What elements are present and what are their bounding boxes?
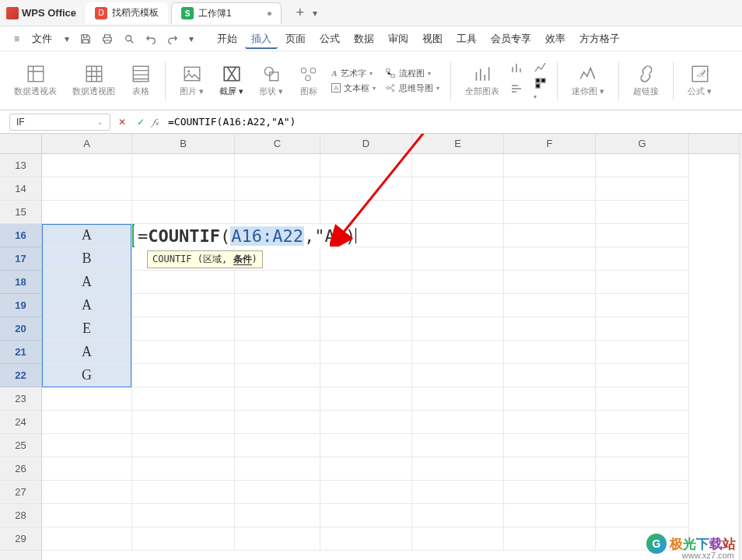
cell-E22[interactable] <box>412 364 504 387</box>
row-head-23[interactable]: 23 <box>0 387 41 411</box>
cell-A14[interactable] <box>42 177 132 201</box>
row-head-18[interactable]: 18 <box>0 271 41 294</box>
col-head-G[interactable]: G <box>596 134 689 153</box>
cell-C28[interactable] <box>235 504 320 527</box>
cell-D24[interactable] <box>320 411 412 434</box>
ribbon-textbox[interactable]: A文本框▾ <box>330 82 377 95</box>
menu-member[interactable]: 会员专享 <box>485 29 537 49</box>
col-head-E[interactable]: E <box>412 134 504 153</box>
add-tab-button[interactable]: + <box>291 4 310 23</box>
cell-E13[interactable] <box>412 154 504 177</box>
cell-D27[interactable] <box>320 481 412 504</box>
cell-D19[interactable] <box>320 294 412 317</box>
cell-E18[interactable] <box>412 271 504 294</box>
cell-F21[interactable] <box>504 341 596 364</box>
cell-F18[interactable] <box>504 271 596 294</box>
cell-A16[interactable]: A <box>42 224 132 247</box>
cell-F22[interactable] <box>504 364 596 387</box>
menu-tools[interactable]: 工具 <box>450 29 483 49</box>
cell-C26[interactable] <box>235 457 320 481</box>
row-head-15[interactable]: 15 <box>0 201 41 224</box>
cell-B14[interactable] <box>132 177 235 201</box>
row-head-13[interactable]: 13 <box>0 154 41 177</box>
cell-B23[interactable] <box>132 387 235 411</box>
cell-F16[interactable] <box>504 224 596 247</box>
cell-D29[interactable] <box>320 527 412 551</box>
cell-C24[interactable] <box>235 411 320 434</box>
col-head-C[interactable]: C <box>235 134 320 153</box>
cell-A15[interactable] <box>42 201 132 224</box>
cell-G20[interactable] <box>596 317 689 341</box>
cell-G17[interactable] <box>596 247 689 271</box>
cell-D15[interactable] <box>320 201 412 224</box>
menu-formula[interactable]: 公式 <box>313 29 346 49</box>
ribbon-wordart[interactable]: A艺术字▾ <box>330 67 377 80</box>
row-head-22[interactable]: 22 <box>0 364 41 387</box>
cell-C23[interactable] <box>235 387 320 411</box>
file-menu[interactable]: 文件 <box>26 29 58 49</box>
cell-E26[interactable] <box>412 457 504 481</box>
bar-chart-icon[interactable] <box>510 61 524 75</box>
tab-menu-button[interactable]: ▾ <box>313 8 317 19</box>
cell-G21[interactable] <box>596 341 689 364</box>
row-head-14[interactable]: 14 <box>0 177 41 201</box>
ribbon-icon[interactable]: 图标 <box>294 64 324 97</box>
cell-C15[interactable] <box>235 201 320 224</box>
cell-D25[interactable] <box>320 434 412 457</box>
cell-F19[interactable] <box>504 294 596 317</box>
cell-D22[interactable] <box>320 364 412 387</box>
menu-view[interactable]: 视图 <box>416 29 449 49</box>
cell-C22[interactable] <box>235 364 320 387</box>
row-head-17[interactable]: 17 <box>0 247 41 271</box>
cell-A29[interactable] <box>42 527 132 551</box>
ribbon-pivot-chart[interactable]: 数据透视图 <box>68 64 120 97</box>
ribbon-all-charts[interactable]: 全部图表 <box>460 64 504 97</box>
cell-G16[interactable] <box>596 224 689 247</box>
row-head-25[interactable]: 25 <box>0 434 41 457</box>
row-head-19[interactable]: 19 <box>0 294 41 317</box>
cell-B28[interactable] <box>132 504 235 527</box>
more-charts-icon[interactable]: ▾ <box>534 76 548 101</box>
cell-E27[interactable] <box>412 481 504 504</box>
cell-A24[interactable] <box>42 411 132 434</box>
cell-E24[interactable] <box>412 411 504 434</box>
cell-G24[interactable] <box>596 411 689 434</box>
cell-D23[interactable] <box>320 387 412 411</box>
menu-page[interactable]: 页面 <box>279 29 312 49</box>
cell-G13[interactable] <box>596 154 689 177</box>
cell-A23[interactable] <box>42 387 132 411</box>
tab-templates[interactable]: D 找稻壳模板 <box>86 2 168 24</box>
cell-F24[interactable] <box>504 411 596 434</box>
scrollbar-vertical[interactable] <box>739 134 742 560</box>
cell-B24[interactable] <box>132 411 235 434</box>
cell-D26[interactable] <box>320 457 412 481</box>
cell-B18[interactable] <box>132 271 235 294</box>
cell-F25[interactable] <box>504 434 596 457</box>
cell-F23[interactable] <box>504 387 596 411</box>
menu-start[interactable]: 开始 <box>211 29 243 49</box>
cell-E19[interactable] <box>412 294 504 317</box>
cell-G25[interactable] <box>596 434 689 457</box>
cell-D18[interactable] <box>320 271 412 294</box>
cell-E15[interactable] <box>412 201 504 224</box>
cell-E28[interactable] <box>412 504 504 527</box>
cell-A26[interactable] <box>42 457 132 481</box>
cell-E20[interactable] <box>412 317 504 341</box>
cell-D21[interactable] <box>320 341 412 364</box>
cell-A27[interactable] <box>42 481 132 504</box>
cell-A28[interactable] <box>42 504 132 527</box>
row-head-16[interactable]: 16 <box>0 224 41 247</box>
cell-B20[interactable] <box>132 317 235 341</box>
cancel-button[interactable]: ✕ <box>115 117 129 128</box>
cell-C25[interactable] <box>235 434 320 457</box>
row-head-29[interactable]: 29 <box>0 527 41 551</box>
undo-icon[interactable] <box>141 32 161 46</box>
ribbon-mindmap[interactable]: 思维导图▾ <box>383 82 441 95</box>
ribbon-sparkline[interactable]: 迷你图 ▾ <box>567 64 609 97</box>
cell-A21[interactable]: A <box>42 341 132 364</box>
cell-B27[interactable] <box>132 481 235 504</box>
cell-D20[interactable] <box>320 317 412 341</box>
cell-B13[interactable] <box>132 154 235 177</box>
ribbon-pivot-table[interactable]: 数据透视表 <box>9 64 61 97</box>
cell-G26[interactable] <box>596 457 689 481</box>
